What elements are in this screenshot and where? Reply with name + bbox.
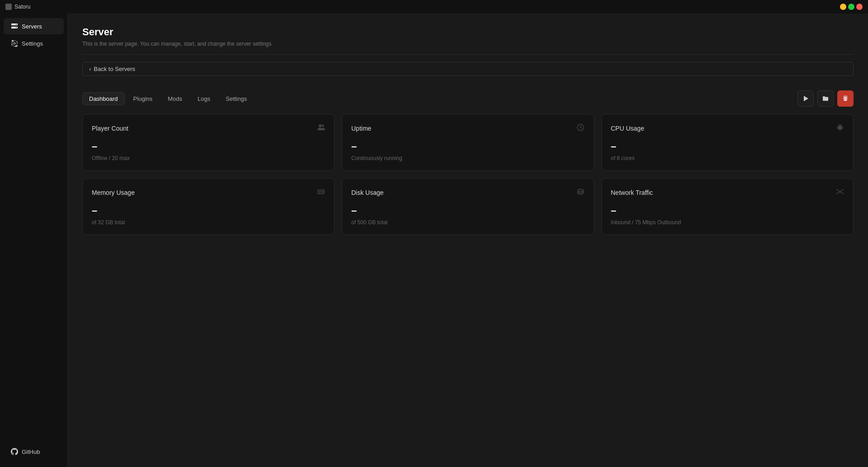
back-arrow-icon: ‹ — [89, 66, 91, 72]
svg-rect-23 — [322, 193, 323, 194]
page-title: Server — [82, 26, 854, 38]
cpu-subtitle: of 8 cores — [611, 155, 844, 161]
svg-line-33 — [840, 192, 843, 193]
svg-rect-12 — [840, 129, 841, 131]
svg-point-5 — [319, 124, 321, 127]
stat-card-player-count: Player Count – Offline / 20 max — [82, 114, 335, 171]
uptime-icon — [576, 123, 585, 133]
svg-line-31 — [840, 190, 843, 192]
disk-subtitle: of 500 GB total — [351, 219, 585, 226]
memory-value: – — [92, 205, 325, 217]
svg-rect-8 — [838, 126, 842, 129]
tab-mods[interactable]: Mods — [161, 92, 189, 105]
cpu-value: – — [611, 141, 844, 152]
player-count-subtitle: Offline / 20 max — [92, 155, 325, 161]
back-to-servers-button[interactable]: ‹ Back to Servers — [82, 62, 854, 76]
svg-point-24 — [578, 189, 583, 192]
svg-rect-16 — [842, 128, 843, 129]
network-value: – — [611, 205, 844, 217]
memory-title: Memory Usage — [92, 189, 135, 196]
titlebar: Satoru – □ ✕ — [0, 0, 868, 14]
uptime-value: – — [351, 141, 585, 152]
svg-marker-4 — [804, 96, 808, 101]
disk-value: – — [351, 205, 585, 217]
svg-rect-13 — [837, 127, 838, 127]
maximize-button[interactable]: □ — [848, 4, 854, 10]
close-button[interactable]: ✕ — [856, 4, 863, 10]
svg-rect-9 — [839, 124, 840, 126]
svg-rect-14 — [837, 128, 838, 129]
cpu-title: CPU Usage — [611, 125, 644, 132]
player-count-value: – — [92, 141, 325, 152]
back-button-label: Back to Servers — [94, 66, 135, 72]
disk-title: Disk Usage — [351, 189, 384, 196]
window-controls: – □ ✕ — [840, 4, 863, 10]
stat-card-network: Network Traffic — [601, 178, 854, 235]
tab-plugins[interactable]: Plugins — [127, 92, 160, 105]
page-description: This is the server page. You can manage,… — [82, 41, 854, 47]
svg-rect-18 — [319, 191, 320, 193]
svg-rect-10 — [840, 124, 841, 126]
svg-rect-11 — [839, 129, 840, 131]
player-count-title: Player Count — [92, 125, 128, 132]
svg-line-32 — [837, 192, 840, 193]
stats-grid: Player Count – Offline / 20 max — [68, 114, 868, 235]
page-header: Server This is the server page. You can … — [68, 14, 868, 54]
network-title: Network Traffic — [611, 189, 653, 196]
sidebar-settings-label: Settings — [22, 40, 43, 47]
sidebar-github-label: GitHub — [22, 448, 40, 455]
stat-card-uptime: Uptime – Continuously running — [342, 114, 594, 171]
app-icon — [5, 4, 12, 10]
svg-rect-19 — [320, 191, 321, 193]
sidebar-item-github[interactable]: GitHub — [4, 443, 64, 460]
tab-dashboard[interactable]: Dashboard — [82, 92, 125, 105]
folder-button[interactable] — [817, 90, 834, 107]
delete-button[interactable] — [837, 90, 854, 107]
disk-icon — [576, 188, 585, 198]
svg-rect-20 — [321, 191, 322, 193]
play-button[interactable] — [797, 90, 814, 107]
main-content: Server This is the server page. You can … — [68, 14, 868, 467]
memory-subtitle: of 32 GB total — [92, 219, 325, 226]
uptime-title: Uptime — [351, 125, 371, 132]
sidebar-footer: GitHub — [0, 440, 67, 463]
sidebar-nav: Servers Settings — [0, 17, 67, 440]
settings-icon — [11, 40, 18, 47]
sidebar-item-servers[interactable]: Servers — [4, 18, 64, 34]
stat-card-memory-header: Memory Usage — [92, 188, 325, 198]
header-divider — [82, 54, 854, 55]
network-icon — [836, 188, 844, 198]
svg-point-3 — [16, 27, 17, 28]
stat-card-network-header: Network Traffic — [611, 188, 844, 198]
stat-card-player-count-header: Player Count — [92, 123, 325, 133]
memory-icon — [317, 188, 325, 198]
stat-card-cpu-header: CPU Usage — [611, 123, 844, 133]
tab-settings[interactable]: Settings — [219, 92, 254, 105]
stat-card-uptime-header: Uptime — [351, 123, 585, 133]
stat-card-disk: Disk Usage – of 500 GB total — [342, 178, 594, 235]
sidebar: Servers Settings GitHub — [0, 14, 68, 467]
titlebar-left: Satoru — [5, 4, 30, 10]
sidebar-servers-label: Servers — [22, 23, 42, 30]
tab-toolbar: Dashboard Plugins Mods Logs Settings — [68, 83, 868, 114]
tab-logs[interactable]: Logs — [191, 92, 217, 105]
minimize-button[interactable]: – — [840, 4, 846, 10]
network-subtitle: Inbound / 75 Mbps Outbound — [611, 219, 844, 226]
svg-rect-15 — [842, 127, 843, 127]
uptime-subtitle: Continuously running — [351, 155, 585, 161]
stat-card-memory: Memory Usage – of 32 G — [82, 178, 335, 235]
svg-rect-22 — [319, 193, 320, 194]
app-layout: Servers Settings GitHub — [0, 14, 868, 467]
svg-point-2 — [16, 24, 17, 25]
app-title: Satoru — [14, 4, 30, 10]
sidebar-item-settings[interactable]: Settings — [4, 35, 64, 52]
toolbar-actions — [797, 90, 854, 107]
github-icon — [11, 448, 18, 455]
stat-card-disk-header: Disk Usage — [351, 188, 585, 198]
svg-rect-21 — [323, 191, 324, 193]
svg-point-6 — [322, 125, 324, 127]
tabs: Dashboard Plugins Mods Logs Settings — [82, 92, 254, 105]
servers-icon — [11, 23, 18, 30]
svg-line-30 — [837, 190, 840, 192]
stat-card-cpu: CPU Usage — [601, 114, 854, 171]
